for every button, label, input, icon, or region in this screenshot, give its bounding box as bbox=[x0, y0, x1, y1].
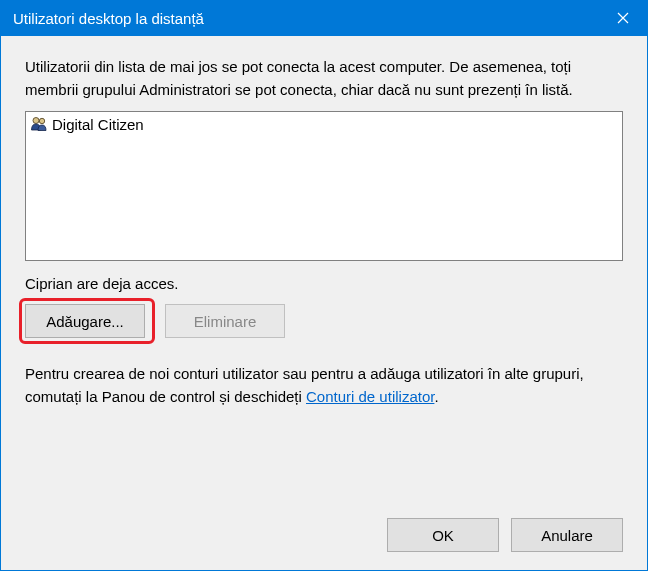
close-button[interactable] bbox=[599, 1, 647, 36]
access-status-text: Ciprian are deja acces. bbox=[25, 275, 623, 292]
user-group-icon bbox=[30, 115, 48, 133]
remote-desktop-users-dialog: Utilizatori desktop la distanță Utilizat… bbox=[0, 0, 648, 571]
remove-button[interactable]: Eliminare bbox=[165, 304, 285, 338]
dialog-title: Utilizatori desktop la distanță bbox=[13, 10, 204, 27]
action-button-row: Adăugare... Eliminare bbox=[25, 304, 623, 338]
dialog-footer: OK Anulare bbox=[387, 518, 623, 552]
dialog-content: Utilizatorii din lista de mai jos se pot… bbox=[1, 36, 647, 570]
user-accounts-link[interactable]: Conturi de utilizator bbox=[306, 388, 434, 405]
description-text: Utilizatorii din lista de mai jos se pot… bbox=[25, 56, 623, 101]
add-button[interactable]: Adăugare... bbox=[25, 304, 145, 338]
ok-button[interactable]: OK bbox=[387, 518, 499, 552]
svg-point-1 bbox=[39, 118, 44, 123]
titlebar: Utilizatori desktop la distanță bbox=[1, 1, 647, 36]
svg-point-0 bbox=[33, 118, 39, 124]
users-listbox[interactable]: Digital Citizen bbox=[25, 111, 623, 261]
list-item[interactable]: Digital Citizen bbox=[28, 114, 620, 134]
help-prefix: Pentru crearea de noi conturi utilizator… bbox=[25, 365, 584, 405]
list-item-label: Digital Citizen bbox=[52, 116, 144, 133]
help-suffix: . bbox=[434, 388, 438, 405]
close-icon bbox=[617, 10, 629, 28]
help-text: Pentru crearea de noi conturi utilizator… bbox=[25, 362, 623, 409]
cancel-button[interactable]: Anulare bbox=[511, 518, 623, 552]
